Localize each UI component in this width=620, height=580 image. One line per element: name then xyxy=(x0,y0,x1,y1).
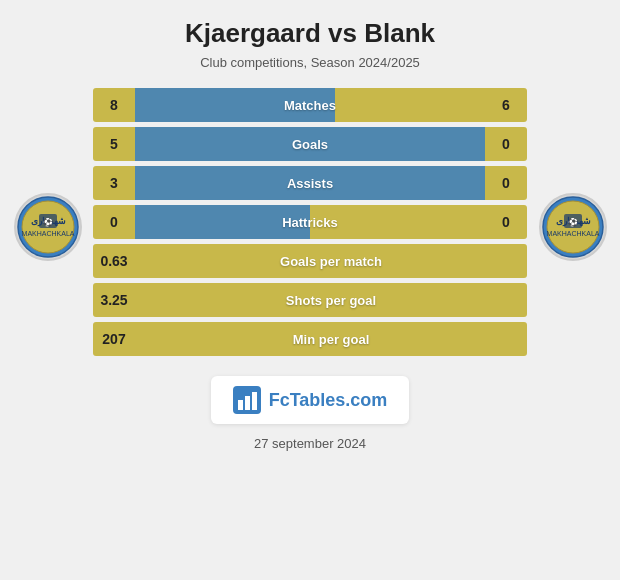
stat-label: Min per goal xyxy=(135,332,527,347)
stat-bar: Min per goal xyxy=(135,322,527,356)
stat-row: 5 Goals 0 xyxy=(93,127,527,161)
right-team-logo: شهرداری MAKHACHKALA ⚽ xyxy=(539,193,607,261)
svg-rect-13 xyxy=(238,400,243,410)
stat-left-value: 3.25 xyxy=(93,283,135,317)
fctables-text: FcTables.com xyxy=(269,390,388,411)
stat-bar: Hattricks xyxy=(135,205,485,239)
stat-bar: Goals per match xyxy=(135,244,527,278)
main-container: Kjaergaard vs Blank Club competitions, S… xyxy=(0,0,620,580)
svg-text:⚽: ⚽ xyxy=(43,217,53,227)
stat-left-value: 0.63 xyxy=(93,244,135,278)
fctables-branding: FcTables.com xyxy=(211,376,410,424)
stats-middle: 8 Matches 6 5 Goals 0 3 Assists xyxy=(85,88,535,356)
svg-rect-14 xyxy=(245,396,250,410)
page-subtitle: Club competitions, Season 2024/2025 xyxy=(200,55,420,70)
stat-right-value: 6 xyxy=(485,88,527,122)
stat-bar: Matches xyxy=(135,88,485,122)
stat-row: 0.63 Goals per match xyxy=(93,244,527,278)
stats-section: شهرداری MAKHACHKALA ⚽ 8 Matches 6 5 xyxy=(10,88,610,356)
left-logo-area: شهرداری MAKHACHKALA ⚽ xyxy=(10,183,85,261)
svg-text:MAKHACHKALA: MAKHACHKALA xyxy=(21,230,74,237)
fctables-icon xyxy=(233,386,261,414)
stat-left-value: 8 xyxy=(93,88,135,122)
stat-right-value: 0 xyxy=(485,127,527,161)
stat-label: Goals xyxy=(135,137,485,152)
stat-row: 207 Min per goal xyxy=(93,322,527,356)
svg-text:MAKHACHKALA: MAKHACHKALA xyxy=(546,230,599,237)
stat-right-value: 0 xyxy=(485,166,527,200)
stat-label: Goals per match xyxy=(135,254,527,269)
fctables-colored: FcTables xyxy=(269,390,346,410)
stat-row: 3 Assists 0 xyxy=(93,166,527,200)
stat-left-value: 207 xyxy=(93,322,135,356)
date-label: 27 september 2024 xyxy=(254,436,366,451)
stat-label: Hattricks xyxy=(135,215,485,230)
stat-left-value: 3 xyxy=(93,166,135,200)
stat-label: Shots per goal xyxy=(135,293,527,308)
stat-label: Matches xyxy=(135,98,485,113)
right-logo-area: شهرداری MAKHACHKALA ⚽ xyxy=(535,183,610,261)
stat-label: Assists xyxy=(135,176,485,191)
svg-rect-15 xyxy=(252,392,257,410)
stat-right-value: 0 xyxy=(485,205,527,239)
stat-left-value: 0 xyxy=(93,205,135,239)
fctables-dotcom: .com xyxy=(345,390,387,410)
left-team-logo: شهرداری MAKHACHKALA ⚽ xyxy=(14,193,82,261)
svg-text:⚽: ⚽ xyxy=(568,217,578,227)
stat-left-value: 5 xyxy=(93,127,135,161)
page-title: Kjaergaard vs Blank xyxy=(185,18,435,49)
stat-row: 0 Hattricks 0 xyxy=(93,205,527,239)
stat-row: 8 Matches 6 xyxy=(93,88,527,122)
stat-bar: Goals xyxy=(135,127,485,161)
stat-row: 3.25 Shots per goal xyxy=(93,283,527,317)
stat-bar: Shots per goal xyxy=(135,283,527,317)
stat-bar: Assists xyxy=(135,166,485,200)
